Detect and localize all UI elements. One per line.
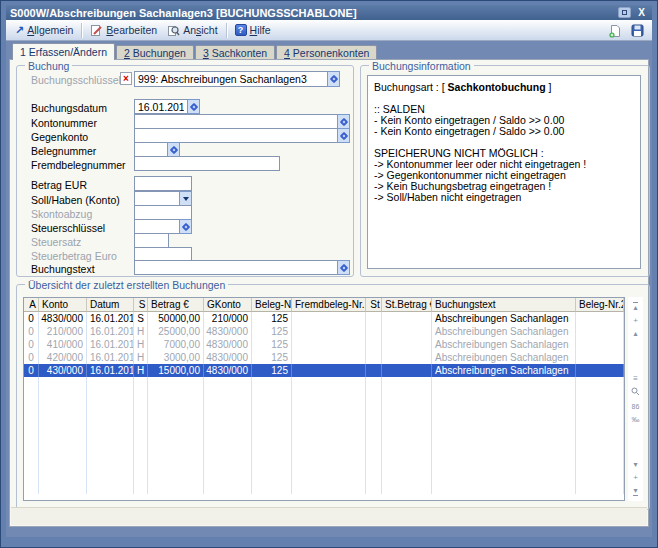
steuerschluessel-input[interactable] — [134, 219, 179, 234]
buchungsdatum-field[interactable] — [134, 99, 200, 114]
list-icon[interactable]: ≡ — [633, 374, 638, 383]
new-document-icon — [608, 24, 622, 38]
go-first-icon[interactable]: ▴ — [633, 302, 637, 312]
table-filler-column — [39, 377, 87, 494]
table-cell: 125 — [252, 364, 292, 377]
status-strip — [11, 507, 647, 525]
skontoabzug-input[interactable] — [134, 205, 192, 220]
table-row[interactable]: 04830/00016.01.2013S50000,00210/000125Ab… — [24, 312, 624, 325]
menu-allgemein[interactable]: ↗ Allgemein — [10, 22, 78, 38]
chevron-down-icon[interactable] — [179, 191, 192, 206]
betrag-input[interactable] — [134, 176, 192, 191]
lookup-spinner-icon[interactable] — [167, 142, 180, 157]
table-cell: 25000,00 — [148, 325, 204, 338]
percent-icon[interactable]: ‰ — [632, 415, 640, 424]
tab-sachkonten[interactable]: 3 Sachkonten — [195, 45, 275, 59]
buchungsdatum-label: Buchungsdatum — [31, 102, 107, 114]
sollhaben-dropdown[interactable] — [134, 191, 192, 206]
lookup-spinner-icon[interactable] — [337, 128, 350, 143]
buchungstext-label: Buchungstext — [31, 263, 95, 275]
table-cell — [382, 351, 432, 364]
go-last-icon[interactable]: ▾ — [633, 486, 637, 496]
table-row[interactable]: 0210/00016.01.2013H25000,004830/000125Ab… — [24, 325, 624, 338]
menu-bearbeiten[interactable]: Bearbeiten — [85, 22, 162, 39]
gegenkonto-input[interactable] — [134, 128, 337, 143]
column-header[interactable]: Buchungstext — [432, 298, 576, 312]
table-row[interactable]: 0410/00016.01.2013H7000,004830/000125Abs… — [24, 338, 624, 351]
row-down-icon[interactable]: ▾ — [633, 460, 637, 469]
lookup-spinner-icon[interactable] — [327, 71, 340, 87]
kontonummer-input[interactable] — [134, 114, 337, 129]
column-header[interactable]: Konto — [39, 298, 87, 312]
belegnummer-input[interactable] — [134, 142, 167, 157]
table-cell: 210/000 — [39, 325, 87, 338]
fremdbelegnummer-input[interactable] — [134, 156, 280, 171]
table-cell: Abschreibungen Sachanlagen — [432, 312, 576, 325]
row-up-icon[interactable]: ▴ — [633, 329, 637, 338]
table-cell: 125 — [252, 338, 292, 351]
search-icon[interactable] — [631, 387, 640, 398]
table-row[interactable]: 0420/00016.01.2013H3000,004830/000125Abs… — [24, 351, 624, 364]
table-cell: H — [134, 338, 148, 351]
table-cell — [366, 325, 382, 338]
lookup-spinner-icon[interactable] — [337, 114, 350, 129]
restore-icon[interactable] — [618, 7, 631, 18]
table-cell — [366, 364, 382, 377]
column-header[interactable]: St.Betrag € — [382, 298, 432, 312]
column-header[interactable]: Fremdbeleg-Nr. — [292, 298, 366, 312]
tab-bar: 1 Erfassen/Ändern 2 Buchungen 3 Sachkont… — [12, 43, 378, 60]
tab-personenkonten[interactable]: 4 Personenkonten — [276, 45, 377, 59]
belegnummer-combo[interactable] — [134, 142, 180, 157]
save-button[interactable] — [629, 22, 646, 39]
app-window: S000W/Abschreibungen Sachanlagen3 [BUCHU… — [0, 0, 658, 548]
lookup-spinner-icon[interactable] — [337, 260, 350, 275]
buchungstext-input[interactable] — [134, 260, 337, 275]
steuersatz-input[interactable] — [134, 233, 169, 248]
window-title: S000W/Abschreibungen Sachanlagen3 [BUCHU… — [10, 7, 357, 19]
table-filler-column — [432, 377, 576, 494]
sollhaben-input[interactable] — [134, 191, 179, 206]
close-icon[interactable]: X — [635, 7, 648, 18]
column-header[interactable]: St — [366, 298, 382, 312]
buchungsschluessel-combo[interactable] — [134, 71, 340, 87]
table-cell: 15000,00 — [148, 364, 204, 377]
column-header[interactable]: Datum — [87, 298, 134, 312]
lookup-spinner-icon[interactable] — [187, 99, 200, 114]
buchung-group: Buchung Buchungsschlüssel × Buchungsdatu… — [16, 65, 354, 277]
tab-erfassen-aendern[interactable]: 1 Erfassen/Ändern — [12, 43, 115, 60]
buchungsdatum-input[interactable] — [134, 99, 187, 114]
table-cell: Abschreibungen Sachanlagen — [432, 338, 576, 351]
menu-hilfe[interactable]: ? Hilfe — [230, 22, 276, 38]
tab-buchungen[interactable]: 2 Buchungen — [116, 45, 194, 59]
betrag-label: Betrag EUR — [31, 179, 87, 191]
record-count-icon[interactable]: 86 — [632, 402, 640, 411]
group-title: Übersicht der zuletzt erstellten Buchung… — [25, 279, 228, 291]
lookup-spinner-icon[interactable] — [179, 219, 192, 234]
belegnummer-label: Belegnummer — [31, 145, 96, 157]
append-row-icon[interactable]: + — [633, 473, 638, 482]
column-header[interactable]: S — [134, 298, 148, 312]
table-cell — [292, 325, 366, 338]
new-document-button[interactable] — [606, 22, 623, 39]
table-cell: S — [134, 312, 148, 325]
table-cell: 4830/000 — [204, 364, 252, 377]
table-cell — [366, 338, 382, 351]
clear-icon[interactable]: × — [120, 72, 132, 85]
column-header[interactable]: Betrag € — [148, 298, 204, 312]
table-cell: 0 — [24, 312, 39, 325]
column-header[interactable]: Beleg-Nr. — [252, 298, 292, 312]
kontonummer-combo[interactable] — [134, 114, 350, 129]
save-icon — [631, 24, 644, 37]
steuersatz-label: Steuersatz — [31, 236, 81, 248]
column-header[interactable]: GKonto — [204, 298, 252, 312]
steuerschluessel-combo[interactable] — [134, 219, 192, 234]
menu-ansicht[interactable]: Ansicht — [162, 22, 222, 39]
buchungstext-combo[interactable] — [134, 260, 350, 275]
insert-row-icon[interactable]: + — [633, 316, 638, 325]
table-row[interactable]: 0430/00016.01.2013H15000,004830/000125Ab… — [24, 364, 624, 377]
table-cell: H — [134, 325, 148, 338]
column-header[interactable]: Beleg-Nr.2 — [576, 298, 624, 312]
gegenkonto-combo[interactable] — [134, 128, 350, 143]
buchungsschluessel-input[interactable] — [134, 71, 327, 87]
column-header[interactable]: A — [24, 298, 39, 312]
